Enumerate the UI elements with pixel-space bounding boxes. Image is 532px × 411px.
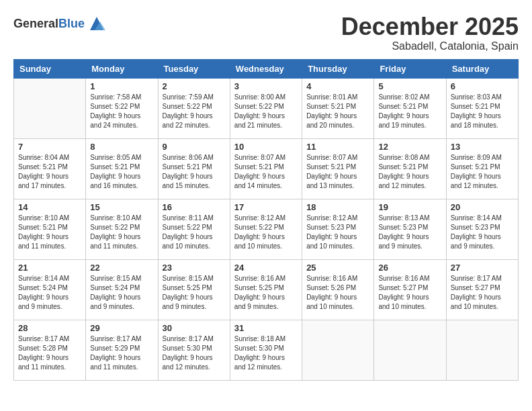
calendar-cell: 26Sunrise: 8:16 AM Sunset: 5:27 PM Dayli… <box>374 259 446 320</box>
cell-info: Sunrise: 8:10 AM Sunset: 5:21 PM Dayligh… <box>18 214 81 251</box>
calendar-cell: 5Sunrise: 8:02 AM Sunset: 5:21 PM Daylig… <box>374 78 446 138</box>
calendar-cell: 2Sunrise: 7:59 AM Sunset: 5:22 PM Daylig… <box>158 78 230 138</box>
weekday-header-thursday: Thursday <box>302 59 374 78</box>
date-number: 11 <box>306 142 369 152</box>
calendar-cell: 30Sunrise: 8:17 AM Sunset: 5:30 PM Dayli… <box>158 320 230 380</box>
date-number: 9 <box>163 142 226 152</box>
cell-info: Sunrise: 8:00 AM Sunset: 5:22 PM Dayligh… <box>234 93 298 130</box>
calendar-cell: 28Sunrise: 8:17 AM Sunset: 5:28 PM Dayli… <box>14 320 86 380</box>
date-number: 27 <box>451 263 514 273</box>
calendar-cell: 23Sunrise: 8:15 AM Sunset: 5:25 PM Dayli… <box>158 259 230 320</box>
calendar-cell: 31Sunrise: 8:18 AM Sunset: 5:30 PM Dayli… <box>230 320 302 380</box>
cell-info: Sunrise: 8:02 AM Sunset: 5:21 PM Dayligh… <box>378 93 441 130</box>
calendar-cell: 11Sunrise: 8:07 AM Sunset: 5:21 PM Dayli… <box>302 138 374 199</box>
weekday-header-sunday: Sunday <box>14 59 86 78</box>
date-number: 2 <box>163 81 226 91</box>
date-number: 4 <box>306 81 369 91</box>
weekday-header-row: SundayMondayTuesdayWednesdayThursdayFrid… <box>14 59 519 78</box>
cell-info: Sunrise: 8:04 AM Sunset: 5:21 PM Dayligh… <box>18 153 81 191</box>
date-number: 26 <box>378 263 441 273</box>
cell-info: Sunrise: 8:17 AM Sunset: 5:28 PM Dayligh… <box>18 334 81 372</box>
date-number: 13 <box>451 142 514 152</box>
calendar-cell: 18Sunrise: 8:12 AM Sunset: 5:23 PM Dayli… <box>302 199 374 259</box>
cell-info: Sunrise: 8:05 AM Sunset: 5:21 PM Dayligh… <box>90 153 153 191</box>
calendar-cell: 3Sunrise: 8:00 AM Sunset: 5:22 PM Daylig… <box>230 78 302 138</box>
calendar-cell: 24Sunrise: 8:16 AM Sunset: 5:25 PM Dayli… <box>230 259 302 320</box>
date-number: 23 <box>163 263 226 273</box>
location-title: Sabadell, Catalonia, Spain <box>341 40 519 52</box>
date-number: 31 <box>234 323 298 333</box>
calendar-cell: 20Sunrise: 8:14 AM Sunset: 5:23 PM Dayli… <box>446 199 518 259</box>
date-number: 30 <box>163 323 226 333</box>
cell-info: Sunrise: 8:11 AM Sunset: 5:22 PM Dayligh… <box>163 214 226 251</box>
date-number: 22 <box>90 263 153 273</box>
calendar-week-3: 14Sunrise: 8:10 AM Sunset: 5:21 PM Dayli… <box>14 199 519 259</box>
calendar-cell: 25Sunrise: 8:16 AM Sunset: 5:26 PM Dayli… <box>302 259 374 320</box>
calendar-cell <box>302 320 374 380</box>
calendar-cell: 14Sunrise: 8:10 AM Sunset: 5:21 PM Dayli… <box>14 199 86 259</box>
weekday-header-saturday: Saturday <box>446 59 518 78</box>
date-number: 25 <box>306 263 369 273</box>
cell-info: Sunrise: 8:12 AM Sunset: 5:23 PM Dayligh… <box>306 214 369 251</box>
calendar-cell: 21Sunrise: 8:14 AM Sunset: 5:24 PM Dayli… <box>14 259 86 320</box>
date-number: 3 <box>234 81 298 91</box>
weekday-header-monday: Monday <box>86 59 158 78</box>
cell-info: Sunrise: 8:12 AM Sunset: 5:22 PM Dayligh… <box>234 214 298 251</box>
cell-info: Sunrise: 8:17 AM Sunset: 5:29 PM Dayligh… <box>90 334 153 372</box>
date-number: 10 <box>234 142 298 152</box>
date-number: 14 <box>18 202 81 212</box>
date-number: 18 <box>306 202 369 212</box>
title-area: December 2025 Sabadell, Catalonia, Spain <box>341 13 519 52</box>
calendar-week-5: 28Sunrise: 8:17 AM Sunset: 5:28 PM Dayli… <box>14 320 519 380</box>
cell-info: Sunrise: 8:16 AM Sunset: 5:25 PM Dayligh… <box>234 274 298 312</box>
logo-blue: Blue <box>58 17 85 30</box>
cell-info: Sunrise: 8:07 AM Sunset: 5:21 PM Dayligh… <box>306 153 369 191</box>
cell-info: Sunrise: 7:58 AM Sunset: 5:22 PM Dayligh… <box>90 93 153 130</box>
calendar-cell <box>14 78 86 138</box>
calendar-cell: 13Sunrise: 8:09 AM Sunset: 5:21 PM Dayli… <box>446 138 518 199</box>
cell-info: Sunrise: 7:59 AM Sunset: 5:22 PM Dayligh… <box>163 93 226 130</box>
date-number: 5 <box>378 81 441 91</box>
cell-info: Sunrise: 8:13 AM Sunset: 5:23 PM Dayligh… <box>378 214 441 251</box>
date-number: 15 <box>90 202 153 212</box>
date-number: 7 <box>18 142 81 152</box>
date-number: 19 <box>378 202 441 212</box>
date-number: 12 <box>378 142 441 152</box>
cell-info: Sunrise: 8:07 AM Sunset: 5:21 PM Dayligh… <box>234 153 298 191</box>
date-number: 29 <box>90 323 153 333</box>
calendar-week-2: 7Sunrise: 8:04 AM Sunset: 5:21 PM Daylig… <box>14 138 519 199</box>
date-number: 16 <box>163 202 226 212</box>
calendar-cell: 8Sunrise: 8:05 AM Sunset: 5:21 PM Daylig… <box>86 138 158 199</box>
date-number: 8 <box>90 142 153 152</box>
calendar-cell: 17Sunrise: 8:12 AM Sunset: 5:22 PM Dayli… <box>230 199 302 259</box>
weekday-header-wednesday: Wednesday <box>230 59 302 78</box>
cell-info: Sunrise: 8:16 AM Sunset: 5:27 PM Dayligh… <box>378 274 441 312</box>
date-number: 1 <box>90 81 153 91</box>
calendar-cell: 29Sunrise: 8:17 AM Sunset: 5:29 PM Dayli… <box>86 320 158 380</box>
cell-info: Sunrise: 8:09 AM Sunset: 5:21 PM Dayligh… <box>451 153 514 191</box>
cell-info: Sunrise: 8:17 AM Sunset: 5:27 PM Dayligh… <box>451 274 514 312</box>
cell-info: Sunrise: 8:15 AM Sunset: 5:24 PM Dayligh… <box>90 274 153 312</box>
calendar-table: SundayMondayTuesdayWednesdayThursdayFrid… <box>13 59 519 381</box>
calendar-cell: 9Sunrise: 8:06 AM Sunset: 5:21 PM Daylig… <box>158 138 230 199</box>
calendar-cell: 12Sunrise: 8:08 AM Sunset: 5:21 PM Dayli… <box>374 138 446 199</box>
calendar-cell: 19Sunrise: 8:13 AM Sunset: 5:23 PM Dayli… <box>374 199 446 259</box>
calendar-cell: 15Sunrise: 8:10 AM Sunset: 5:22 PM Dayli… <box>86 199 158 259</box>
weekday-header-friday: Friday <box>374 59 446 78</box>
weekday-header-tuesday: Tuesday <box>158 59 230 78</box>
calendar-cell: 10Sunrise: 8:07 AM Sunset: 5:21 PM Dayli… <box>230 138 302 199</box>
logo: GeneralBlue <box>13 13 107 34</box>
calendar-week-4: 21Sunrise: 8:14 AM Sunset: 5:24 PM Dayli… <box>14 259 519 320</box>
cell-info: Sunrise: 8:01 AM Sunset: 5:21 PM Dayligh… <box>306 93 369 130</box>
calendar-cell <box>446 320 518 380</box>
cell-info: Sunrise: 8:15 AM Sunset: 5:25 PM Dayligh… <box>163 274 226 312</box>
date-number: 21 <box>18 263 81 273</box>
date-number: 28 <box>18 323 81 333</box>
cell-info: Sunrise: 8:16 AM Sunset: 5:26 PM Dayligh… <box>306 274 369 312</box>
calendar-cell: 16Sunrise: 8:11 AM Sunset: 5:22 PM Dayli… <box>158 199 230 259</box>
cell-info: Sunrise: 8:08 AM Sunset: 5:21 PM Dayligh… <box>378 153 441 191</box>
calendar-cell: 6Sunrise: 8:03 AM Sunset: 5:21 PM Daylig… <box>446 78 518 138</box>
calendar-cell: 27Sunrise: 8:17 AM Sunset: 5:27 PM Dayli… <box>446 259 518 320</box>
cell-info: Sunrise: 8:10 AM Sunset: 5:22 PM Dayligh… <box>90 214 153 251</box>
month-title: December 2025 <box>341 13 519 40</box>
